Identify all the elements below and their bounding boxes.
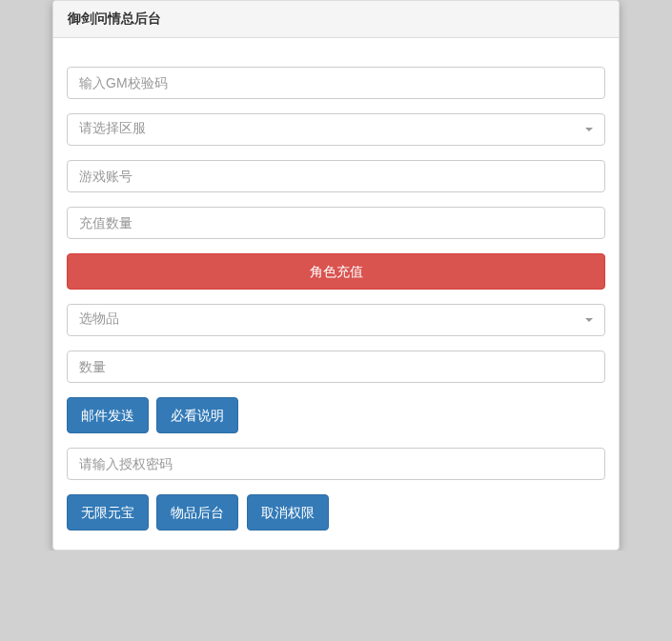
server-select-label: 请选择区服 xyxy=(79,120,146,135)
item-backend-button[interactable]: 物品后台 xyxy=(156,494,238,531)
auth-button-row: 无限元宝 物品后台 取消权限 xyxy=(67,494,605,531)
role-recharge-button[interactable]: 角色充值 xyxy=(67,253,605,290)
gm-code-input[interactable] xyxy=(67,67,605,99)
panel-body: 请选择区服 角色充值 选物品 邮件发送 必看说明 无限元宝 物品后台 取消权限 xyxy=(53,38,619,550)
recharge-amount-input[interactable] xyxy=(67,207,605,239)
cancel-auth-button[interactable]: 取消权限 xyxy=(247,494,329,531)
mail-button-row: 邮件发送 必看说明 xyxy=(67,397,605,433)
admin-panel: 御剑问情总后台 请选择区服 角色充值 选物品 邮件发送 必看说明 无限元宝 物品… xyxy=(52,0,620,551)
quantity-input[interactable] xyxy=(67,351,605,383)
must-read-button[interactable]: 必看说明 xyxy=(156,397,238,433)
panel-title: 御剑问情总后台 xyxy=(53,1,619,38)
unlimited-gold-button[interactable]: 无限元宝 xyxy=(67,494,149,531)
item-select-label: 选物品 xyxy=(79,310,119,326)
mail-send-button[interactable]: 邮件发送 xyxy=(67,397,149,433)
auth-password-input[interactable] xyxy=(67,448,605,480)
server-select[interactable]: 请选择区服 xyxy=(67,113,605,146)
chevron-down-icon xyxy=(585,318,593,322)
item-select[interactable]: 选物品 xyxy=(67,304,605,336)
chevron-down-icon xyxy=(585,128,593,131)
game-account-input[interactable] xyxy=(67,160,605,192)
